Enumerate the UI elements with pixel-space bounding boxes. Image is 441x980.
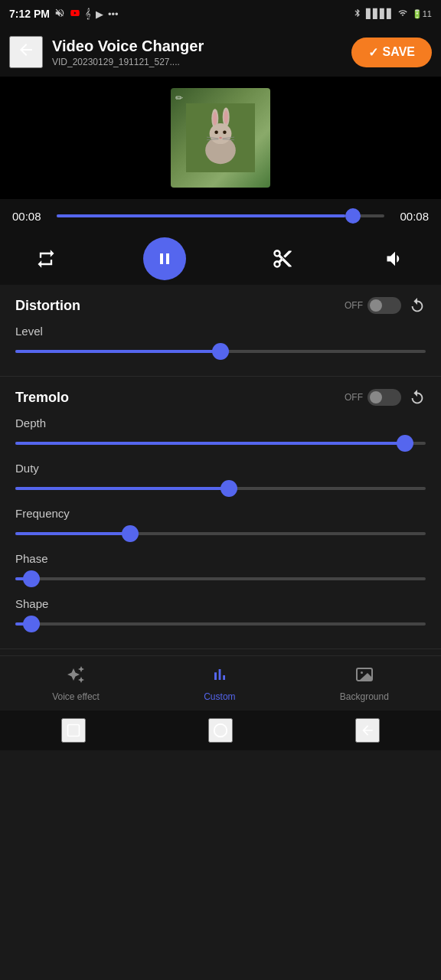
rabbit-image — [186, 103, 255, 172]
svg-point-4 — [213, 112, 217, 126]
save-button[interactable]: ✓ SAVE — [351, 38, 432, 67]
frequency-slider-row: Frequency — [15, 507, 426, 541]
timeline-fill — [57, 214, 345, 217]
back-button[interactable] — [9, 36, 43, 68]
edit-indicator: ✏ — [175, 93, 183, 103]
custom-icon — [211, 665, 229, 688]
status-right: ▋▋▋▋ 🔋11 — [353, 8, 432, 21]
frequency-slider-container[interactable] — [15, 526, 426, 541]
distortion-toggle-label: OFF — [345, 300, 363, 311]
shape-track — [15, 622, 426, 626]
nav-custom[interactable]: Custom — [191, 659, 247, 708]
frequency-fill — [15, 532, 130, 535]
system-nav-bar — [0, 710, 441, 750]
header: Video Voice Changer VID_20230129_191121_… — [0, 28, 441, 77]
svg-point-9 — [219, 137, 222, 139]
tremolo-header: Tremolo OFF — [15, 389, 426, 406]
depth-label: Depth — [15, 416, 426, 430]
back-nav-button[interactable] — [355, 718, 380, 743]
svg-point-17 — [214, 724, 227, 737]
volume-button[interactable] — [380, 243, 410, 274]
level-fill — [15, 350, 220, 353]
distortion-toggle[interactable] — [368, 297, 401, 314]
nav-background[interactable]: Background — [328, 659, 401, 708]
check-icon: ✓ — [368, 45, 378, 60]
level-handle[interactable] — [212, 343, 229, 360]
current-time: 00:08 — [12, 210, 49, 223]
header-title-block: Video Voice Changer VID_20230129_191121_… — [52, 38, 342, 67]
home-button[interactable] — [208, 718, 233, 743]
shape-handle[interactable] — [23, 616, 40, 632]
youtube-icon — [70, 8, 80, 21]
app-title: Video Voice Changer — [52, 38, 342, 55]
phase-label: Phase — [15, 552, 426, 565]
nav-voice-effect[interactable]: Voice effect — [40, 659, 112, 708]
status-left: 7:12 PM 𝄞 ▶ ••• — [9, 8, 119, 21]
duty-fill — [15, 487, 229, 490]
frequency-track — [15, 532, 426, 535]
bluetooth-icon — [353, 8, 362, 21]
cut-button[interactable] — [267, 243, 298, 274]
repeat-button[interactable] — [31, 243, 61, 274]
shape-slider-container[interactable] — [15, 616, 426, 632]
content-scroll[interactable]: Distortion OFF Level Tremolo OFF — [0, 285, 441, 655]
shape-label: Shape — [15, 597, 426, 610]
recent-apps-button[interactable] — [61, 718, 86, 743]
distortion-toggle-thumb — [370, 299, 382, 312]
tremolo-toggle-thumb — [370, 391, 382, 403]
frequency-label: Frequency — [15, 507, 426, 520]
music-icon: 𝄞 — [85, 8, 91, 20]
depth-slider-container[interactable] — [15, 436, 426, 451]
wifi-icon — [397, 8, 408, 20]
depth-handle[interactable] — [397, 435, 413, 452]
tremolo-title: Tremolo — [15, 390, 345, 406]
battery-icon: 🔋11 — [412, 9, 432, 19]
duty-handle[interactable] — [220, 480, 237, 497]
voice-effect-label: Voice effect — [52, 691, 100, 702]
bottom-nav: Voice effect Custom Background — [0, 655, 441, 710]
duty-track — [15, 487, 426, 490]
svg-point-6 — [224, 110, 228, 124]
level-slider-container[interactable] — [15, 344, 426, 359]
duty-slider-container[interactable] — [15, 481, 426, 496]
tremolo-reset-button[interactable] — [409, 389, 426, 406]
distortion-title: Distortion — [15, 298, 345, 314]
distortion-section: Distortion OFF Level — [0, 285, 441, 377]
svg-point-15 — [361, 671, 363, 674]
phase-track — [15, 577, 426, 580]
timeline-track[interactable] — [57, 214, 384, 217]
pause-button[interactable] — [143, 237, 186, 280]
svg-point-8 — [223, 131, 227, 135]
background-label: Background — [340, 691, 389, 702]
video-thumbnail: ✏ — [171, 88, 270, 188]
play-status-icon: ▶ — [96, 8, 103, 20]
depth-fill — [15, 442, 405, 445]
muted-icon — [54, 8, 65, 21]
more-icon: ••• — [108, 8, 119, 20]
shape-slider-row: Shape — [15, 597, 426, 632]
level-slider-row: Level — [15, 325, 426, 359]
duty-slider-row: Duty — [15, 462, 426, 496]
frequency-handle[interactable] — [122, 525, 139, 542]
level-track — [15, 350, 426, 353]
distortion-reset-button[interactable] — [409, 297, 426, 314]
distortion-header: Distortion OFF — [15, 297, 426, 314]
phase-handle[interactable] — [23, 570, 40, 587]
tremolo-toggle-label: OFF — [345, 392, 363, 403]
phase-slider-container[interactable] — [15, 571, 426, 586]
tremolo-section: Tremolo OFF Depth Duty — [0, 377, 441, 649]
duty-label: Duty — [15, 462, 426, 475]
status-bar: 7:12 PM 𝄞 ▶ ••• ▋▋▋▋ 🔋11 — [0, 0, 441, 28]
signal-icon: ▋▋▋▋ — [366, 8, 394, 19]
save-label: SAVE — [383, 45, 415, 59]
svg-rect-16 — [68, 725, 80, 737]
background-icon — [355, 665, 374, 688]
voice-effect-icon — [67, 665, 85, 688]
video-preview: ✏ — [0, 77, 441, 199]
tremolo-toggle[interactable] — [368, 389, 401, 406]
controls-row — [0, 233, 441, 285]
timeline-row: 00:08 00:08 — [0, 199, 441, 233]
timeline-thumb[interactable] — [345, 208, 361, 224]
status-time: 7:12 PM — [9, 8, 50, 20]
total-time: 00:08 — [392, 210, 429, 223]
